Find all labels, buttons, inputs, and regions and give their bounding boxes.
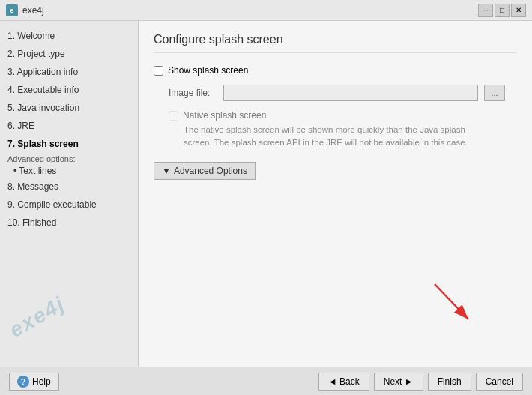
advanced-options-button[interactable]: ▼ Advanced Options [154, 162, 256, 180]
native-splash-row: Native splash screen [169, 110, 517, 121]
next-button[interactable]: Next ► [374, 373, 423, 391]
show-splash-label[interactable]: Show splash screen [168, 65, 248, 76]
arrow-indicator [431, 280, 476, 325]
sidebar-item-splash-screen[interactable]: 7. Splash screen [0, 135, 138, 153]
dropdown-arrow-icon: ▼ [162, 166, 171, 176]
native-splash-info: The native splash screen will be shown m… [169, 124, 491, 150]
watermark: exe4j [5, 292, 69, 343]
minimize-button[interactable]: ─ [478, 4, 493, 17]
maximize-button[interactable]: □ [495, 4, 510, 17]
title-bar: e exe4j ─ □ ✕ [0, 0, 532, 21]
sidebar-item-project-type[interactable]: 2. Project type [0, 45, 138, 63]
content-area: Configure splash screen Show splash scre… [139, 21, 532, 367]
native-splash-checkbox[interactable] [169, 111, 178, 121]
sidebar-item-exec-info[interactable]: 4. Executable info [0, 81, 138, 99]
sidebar-item-app-info[interactable]: 3. Application info [0, 63, 138, 81]
close-button[interactable]: ✕ [511, 4, 526, 17]
help-icon: ? [17, 376, 29, 388]
image-file-label: Image file: [169, 88, 217, 98]
browse-button[interactable]: ... [484, 85, 505, 101]
sidebar-item-messages[interactable]: 8. Messages [0, 178, 138, 196]
advanced-options-label: Advanced Options [174, 166, 247, 176]
image-file-input[interactable] [223, 85, 478, 101]
svg-line-1 [435, 284, 468, 319]
finish-button[interactable]: Finish [428, 373, 471, 391]
show-splash-checkbox[interactable] [154, 66, 163, 76]
page-title: Configure splash screen [154, 33, 517, 53]
image-file-row: Image file: ... [154, 85, 517, 101]
sidebar-item-compile-executable[interactable]: 9. Compile executable [0, 196, 138, 214]
bottom-bar: ? Help ◄ Back Next ► Finish Cancel [0, 367, 532, 395]
sidebar-item-text-lines[interactable]: • Text lines [0, 164, 138, 178]
window-controls: ─ □ ✕ [478, 4, 526, 17]
back-button[interactable]: ◄ Back [318, 373, 369, 391]
sidebar: 1. Welcome 2. Project type 3. Applicatio… [0, 21, 139, 367]
native-splash-label: Native splash screen [183, 110, 266, 121]
window-title: exe4j [22, 5, 478, 16]
app-icon: e [6, 4, 18, 16]
show-splash-row: Show splash screen [154, 65, 517, 76]
sidebar-item-finished[interactable]: 10. Finished [0, 214, 138, 232]
main-layout: 1. Welcome 2. Project type 3. Applicatio… [0, 21, 532, 367]
help-label: Help [32, 376, 51, 387]
native-splash-section: Native splash screen The native splash s… [154, 110, 517, 150]
sidebar-item-java-invocation[interactable]: 5. Java invocation [0, 99, 138, 117]
sidebar-item-jre[interactable]: 6. JRE [0, 117, 138, 135]
help-button[interactable]: ? Help [9, 373, 59, 391]
sidebar-advanced-header: Advanced options: [0, 153, 138, 164]
cancel-button[interactable]: Cancel [476, 373, 523, 391]
sidebar-item-welcome[interactable]: 1. Welcome [0, 27, 138, 45]
